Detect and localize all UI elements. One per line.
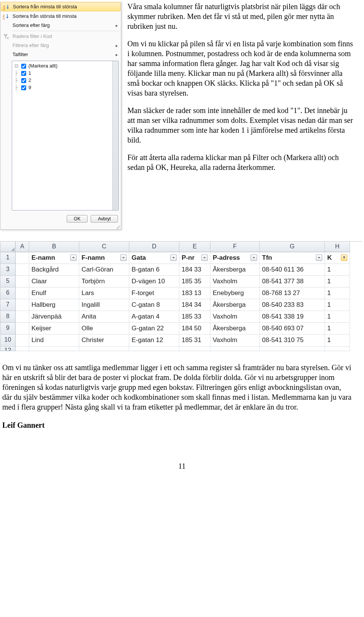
ok-button[interactable]: OK xyxy=(67,215,88,223)
table-cell[interactable]: 185 31 xyxy=(179,334,210,346)
table-cell[interactable]: 184 50 xyxy=(179,323,210,334)
row-header[interactable]: 1 xyxy=(0,252,16,264)
column-header[interactable]: D xyxy=(129,242,179,252)
table-cell[interactable]: Hallberg xyxy=(29,299,79,311)
row-header[interactable]: 9 xyxy=(0,323,16,334)
table-cell[interactable]: 1 xyxy=(325,287,350,299)
table-cell[interactable]: G-gatan 22 xyxy=(129,323,179,334)
table-cell[interactable] xyxy=(210,347,260,351)
table-cell[interactable] xyxy=(179,347,210,351)
table-cell[interactable]: Anita xyxy=(79,311,129,323)
table-cell[interactable] xyxy=(16,299,29,311)
table-cell[interactable]: 184 33 xyxy=(179,264,210,276)
table-cell[interactable]: 1 xyxy=(325,264,350,276)
filter-checklist[interactable]: ⊟(Markera allt)├1├2├9 xyxy=(12,61,119,210)
table-cell[interactable]: Lind xyxy=(29,334,79,346)
table-cell[interactable]: 1 xyxy=(325,323,350,334)
filter-dropdown-icon[interactable] xyxy=(341,254,347,261)
table-cell[interactable]: 08-541 377 38 xyxy=(260,276,325,287)
table-cell[interactable]: Carl-Göran xyxy=(79,264,129,276)
table-cell[interactable]: 1 xyxy=(325,311,350,323)
table-cell[interactable] xyxy=(29,347,79,351)
number-filters[interactable]: Talfilter ▸ xyxy=(0,50,121,59)
table-cell[interactable]: Järvenpää xyxy=(29,311,79,323)
table-cell[interactable] xyxy=(260,347,325,351)
table-cell[interactable] xyxy=(325,347,350,351)
table-cell[interactable]: Åkersberga xyxy=(210,299,260,311)
sort-by-color[interactable]: Sortera efter färg ▸ xyxy=(0,21,121,30)
table-header-cell[interactable]: E-namn xyxy=(29,252,79,264)
table-cell[interactable]: 183 13 xyxy=(179,287,210,299)
column-header[interactable]: F xyxy=(210,242,260,252)
filter-dropdown-icon[interactable] xyxy=(201,254,208,261)
table-cell[interactable]: 08-541 310 75 xyxy=(260,334,325,346)
sort-ascending[interactable]: AZ Sortera från minsta till största xyxy=(1,2,121,11)
select-all-corner[interactable] xyxy=(0,242,16,252)
table-cell[interactable]: 08-540 233 83 xyxy=(260,299,325,311)
resize-handle[interactable] xyxy=(0,226,121,229)
checkbox[interactable] xyxy=(21,71,26,76)
table-cell[interactable]: Åkersberga xyxy=(210,264,260,276)
row-header[interactable]: 10 xyxy=(0,334,16,346)
table-cell[interactable]: D-vägen 10 xyxy=(129,276,179,287)
table-header-cell[interactable]: P-adress xyxy=(210,252,260,264)
table-header-cell[interactable]: Gata xyxy=(129,252,179,264)
column-header[interactable]: A xyxy=(16,242,29,252)
filter-checkbox-item[interactable]: ├1 xyxy=(14,70,116,77)
table-cell[interactable] xyxy=(16,276,29,287)
row-header[interactable]: 12 xyxy=(0,347,16,351)
row-header[interactable]: 3 xyxy=(0,264,16,276)
table-cell[interactable] xyxy=(16,334,29,346)
row-header[interactable]: 5 xyxy=(0,276,16,287)
table-cell[interactable] xyxy=(16,347,29,351)
table-cell[interactable] xyxy=(16,311,29,323)
filter-checkbox-item[interactable]: ├2 xyxy=(14,77,116,84)
filter-dropdown-icon[interactable] xyxy=(251,254,257,261)
table-cell[interactable]: F-torget xyxy=(129,287,179,299)
table-cell[interactable]: Claar xyxy=(29,276,79,287)
table-cell[interactable]: A-gatan 4 xyxy=(129,311,179,323)
table-cell[interactable]: Enebyberg xyxy=(210,287,260,299)
table-cell[interactable] xyxy=(16,287,29,299)
column-header[interactable]: B xyxy=(29,242,79,252)
table-cell[interactable] xyxy=(129,347,179,351)
table-cell[interactable]: 1 xyxy=(325,276,350,287)
cancel-button[interactable]: Avbryt xyxy=(91,215,118,223)
table-cell[interactable]: B-gatan 6 xyxy=(129,264,179,276)
table-cell[interactable]: Vaxholm xyxy=(210,334,260,346)
table-cell[interactable]: Backgård xyxy=(29,264,79,276)
table-cell[interactable]: Åkersberga xyxy=(210,323,260,334)
table-cell[interactable]: 1 xyxy=(325,299,350,311)
spreadsheet-grid[interactable]: ABCDEFGH1E-namnF-namnGataP-nrP-adressTfn… xyxy=(0,241,362,351)
table-cell[interactable]: E-gatan 12 xyxy=(129,334,179,346)
filter-checkbox-item[interactable]: ├9 xyxy=(14,84,116,91)
checkbox[interactable] xyxy=(21,78,26,83)
table-cell[interactable]: Torbjörn xyxy=(79,276,129,287)
filter-checkbox-item[interactable]: ⊟(Markera allt) xyxy=(14,63,116,70)
row-header[interactable]: 8 xyxy=(0,311,16,323)
table-cell[interactable] xyxy=(79,347,129,351)
row-header[interactable]: 7 xyxy=(0,299,16,311)
table-header-cell[interactable]: F-namn xyxy=(79,252,129,264)
filter-dropdown-icon[interactable] xyxy=(120,254,127,261)
table-cell[interactable]: 185 33 xyxy=(179,311,210,323)
table-header-cell[interactable]: P-nr xyxy=(179,252,210,264)
table-cell[interactable] xyxy=(16,264,29,276)
table-header-cell[interactable]: K xyxy=(325,252,350,264)
table-cell[interactable]: 1 xyxy=(325,334,350,346)
table-cell[interactable]: Vaxholm xyxy=(210,311,260,323)
filter-dropdown-icon[interactable] xyxy=(316,254,322,261)
checkbox[interactable] xyxy=(21,85,26,90)
table-header-cell[interactable]: Tfn xyxy=(260,252,325,264)
table-cell[interactable]: Olle xyxy=(79,323,129,334)
table-cell[interactable]: 08-540 611 36 xyxy=(260,264,325,276)
table-cell[interactable]: 08-768 13 27 xyxy=(260,287,325,299)
column-header[interactable]: G xyxy=(260,242,325,252)
checkbox[interactable] xyxy=(21,64,26,69)
filter-dropdown-icon[interactable] xyxy=(170,254,177,261)
table-cell[interactable]: Lars xyxy=(79,287,129,299)
table-cell[interactable]: Christer xyxy=(79,334,129,346)
filter-dropdown-icon[interactable] xyxy=(70,254,77,261)
table-cell[interactable]: 184 34 xyxy=(179,299,210,311)
table-cell[interactable]: Vaxholm xyxy=(210,276,260,287)
